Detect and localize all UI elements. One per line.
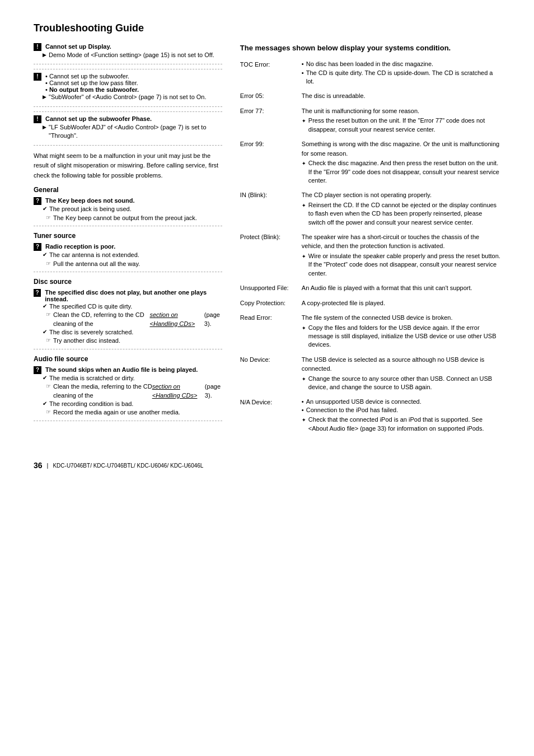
no-device-fix: Change the source to any source other th… [302, 375, 500, 392]
error99-content: Something is wrong with the disc magazin… [302, 139, 500, 185]
disc-header: Disc source [34, 278, 222, 286]
audio-check1: The media is scratched or dirty. [34, 374, 222, 382]
audio-check2: The recording condition is bad. [34, 400, 222, 408]
unsupported-row: Unsupported File: An Audio file is playe… [240, 283, 500, 293]
subwoofer-line2: • Cannot set up the low pass filter. [45, 80, 139, 86]
protect-text: The speaker wire has a short-circuit or … [302, 232, 500, 251]
disc-block: ? The specified disc does not play, but … [34, 289, 222, 346]
page-footer: 36 | KDC-U7046BT/ KDC-U7046BTL/ KDC-U604… [34, 461, 500, 470]
footer-models: KDC-U7046BT/ KDC-U7046BTL/ KDC-U6046/ KD… [53, 463, 203, 469]
disc-note1: Clean the CD, referring to the CD cleani… [34, 311, 222, 328]
toc-label: TOC Error: [240, 60, 302, 86]
toc-content: No disc has been loaded in the disc maga… [302, 60, 500, 86]
keybp-check: The preout jack is being used. [34, 205, 222, 213]
disc-note2: Try another disc instead. [34, 337, 222, 345]
protect-content: The speaker wire has a short-circuit or … [302, 232, 500, 278]
right-column: The messages shown below display your sy… [240, 43, 500, 438]
error99-row: Error 99: Something is wrong with the di… [240, 139, 500, 185]
copy-label: Copy Protection: [240, 298, 302, 308]
audio-block: ? The sound skips when an Audio file is … [34, 366, 222, 417]
subwoofer-phase-icon: ! [34, 115, 41, 123]
subwoofer-phase-arrow: "LF SubWoofer ADJ" of <Audio Control> (p… [34, 123, 222, 141]
error77-content: The unit is malfunctioning for some reas… [302, 106, 500, 134]
protect-row: Protect (Blink): The speaker wire has a … [240, 232, 500, 278]
msg-section-title: The messages shown below display your sy… [240, 43, 500, 53]
copy-row: Copy Protection: A copy-protected file i… [240, 298, 500, 308]
no-device-content: The USB device is selected as a source a… [302, 355, 500, 392]
toc-bullet1: No disc has been loaded in the disc maga… [302, 60, 500, 68]
keybp-title: The Key beep does not sound. [45, 197, 135, 204]
general-block: ? The Key beep does not sound. The preou… [34, 197, 222, 222]
in-blink-content: The CD player section is not operating p… [302, 190, 500, 227]
protect-fix: Wire or insulate the speaker cable prope… [302, 252, 500, 278]
audio-note1: Clean the media, referring to the CD cle… [34, 382, 222, 400]
copy-content: A copy-protected file is played. [302, 298, 500, 308]
error05-content: The disc is unreadable. [302, 91, 500, 101]
error77-label: Error 77: [240, 106, 302, 134]
no-device-row: No Device: The USB device is selected as… [240, 355, 500, 392]
audio-note2: Record the media again or use another me… [34, 408, 222, 417]
error99-fix: Check the disc magazine. And then press … [302, 159, 500, 185]
na-device-bullet1: An unsupported USB device is connected. [302, 398, 500, 406]
middle-text: What might seem to be a malfunction in y… [34, 151, 222, 181]
subwoofer-arrow: "SubWoofer" of <Audio Control> (page 7) … [34, 93, 222, 101]
toc-error-row: TOC Error: No disc has been loaded in th… [240, 60, 500, 86]
read-error-row: Read Error: The file system of the conne… [240, 313, 500, 349]
no-device-label: No Device: [240, 355, 302, 392]
radio-title: Radio reception is poor. [45, 243, 115, 250]
disc-icon: ? [34, 289, 41, 297]
no-device-text: The USB device is selected as a source a… [302, 355, 500, 374]
radio-check: The car antenna is not extended. [34, 251, 222, 259]
display-icon: ! [34, 43, 41, 51]
na-device-bullet2: Connection to the iPod has failed. [302, 406, 500, 414]
na-device-row: N/A Device: An unsupported USB device is… [240, 398, 500, 433]
disc-title: The specified disc does not play, but an… [45, 289, 222, 302]
error99-text: Something is wrong with the disc magazin… [302, 139, 500, 158]
subwoofer-line1: • Cannot set up the subwoofer. [45, 73, 139, 80]
disc-check1: The specified CD is quite dirty. [34, 302, 222, 311]
in-blink-text: The CD player section is not operating p… [302, 190, 500, 200]
read-error-label: Read Error: [240, 313, 302, 349]
page-title: Troubleshooting Guide [34, 22, 500, 34]
audio-icon: ? [34, 366, 41, 374]
audio-header: Audio file source [34, 355, 222, 363]
unsupported-label: Unsupported File: [240, 283, 302, 293]
subwoofer-error-block: ! • Cannot set up the subwoofer. • Canno… [34, 73, 222, 106]
error77-fix: Press the reset button on the unit. If t… [302, 116, 500, 134]
display-error-block: ! Cannot set up Display. Demo Mode of <F… [34, 43, 222, 64]
protect-label: Protect (Blink): [240, 232, 302, 278]
error05-label: Error 05: [240, 91, 302, 101]
keybp-note: The Key beep cannot be output from the p… [34, 214, 222, 222]
na-device-fix: Check that the connected iPod is an iPod… [302, 416, 500, 433]
radio-note: Pull the antenna out all the way. [34, 260, 222, 268]
display-arrow: Demo Mode of <Function setting> (page 15… [34, 51, 222, 59]
radio-icon: ? [34, 243, 41, 251]
audio-title: The sound skips when an Audio file is be… [45, 366, 198, 373]
read-error-text: The file system of the connected USB dev… [302, 313, 500, 323]
page-number: 36 [34, 461, 43, 470]
in-blink-fix: Reinsert the CD. If the CD cannot be eje… [302, 201, 500, 227]
subwoofer-phase-title: Cannot set up the subwoofer Phase. [45, 115, 152, 122]
error77-text: The unit is malfunctioning for some reas… [302, 106, 500, 116]
keybp-icon: ? [34, 197, 41, 205]
subwoofer-phase-block: ! Cannot set up the subwoofer Phase. "LF… [34, 115, 222, 146]
read-error-content: The file system of the connected USB dev… [302, 313, 500, 349]
na-device-content: An unsupported USB device is connected. … [302, 398, 500, 433]
disc-check2: The disc is severely scratched. [34, 328, 222, 337]
read-error-fix: Copy the files and folders for the USB d… [302, 324, 500, 349]
display-title: Cannot set up Display. [45, 43, 111, 50]
unsupported-content: An Audio file is played with a format th… [302, 283, 500, 293]
footer-divider: | [47, 462, 49, 469]
subwoofer-icon: ! [34, 73, 41, 81]
in-blink-row: IN (Blink): The CD player section is not… [240, 190, 500, 227]
tuner-header: Tuner source [34, 232, 222, 240]
error77-row: Error 77: The unit is malfunctioning for… [240, 106, 500, 134]
left-column: ! Cannot set up Display. Demo Mode of <F… [34, 43, 222, 438]
error05-row: Error 05: The disc is unreadable. [240, 91, 500, 101]
na-device-label: N/A Device: [240, 398, 302, 433]
subwoofer-line3: • No output from the subwoofer. [45, 86, 139, 93]
in-blink-label: IN (Blink): [240, 190, 302, 227]
toc-bullet2: The CD is quite dirty. The CD is upside-… [302, 69, 500, 86]
tuner-block: ? Radio reception is poor. The car anten… [34, 243, 222, 268]
error99-label: Error 99: [240, 139, 302, 185]
